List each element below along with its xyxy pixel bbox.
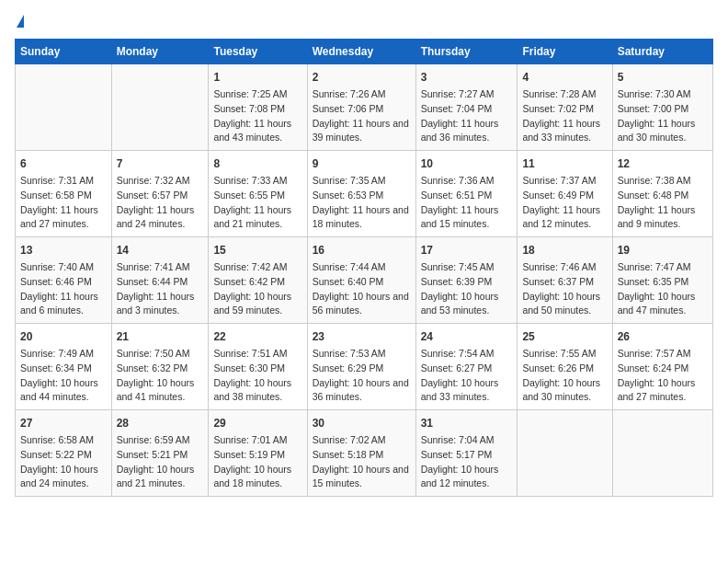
day-cell: 24Sunrise: 7:54 AM Sunset: 6:27 PM Dayli… — [415, 324, 518, 410]
day-cell — [518, 410, 612, 497]
day-cell: 27Sunrise: 6:58 AM Sunset: 5:22 PM Dayli… — [16, 410, 112, 497]
day-number: 19 — [618, 242, 708, 259]
day-cell — [16, 64, 112, 151]
day-content: Sunrise: 6:59 AM Sunset: 5:21 PM Dayligh… — [117, 433, 204, 491]
day-number: 27 — [20, 415, 107, 431]
day-content: Sunrise: 7:04 AM Sunset: 5:17 PM Dayligh… — [421, 433, 513, 491]
day-number: 23 — [313, 328, 411, 345]
day-content: Sunrise: 7:55 AM Sunset: 6:26 PM Dayligh… — [522, 347, 607, 405]
day-content: Sunrise: 7:37 AM Sunset: 6:49 PM Dayligh… — [522, 174, 607, 232]
day-content: Sunrise: 7:30 AM Sunset: 7:00 PM Dayligh… — [618, 87, 708, 145]
day-number: 5 — [618, 69, 708, 86]
day-cell: 3Sunrise: 7:27 AM Sunset: 7:04 PM Daylig… — [415, 64, 518, 151]
calendar-table: SundayMondayTuesdayWednesdayThursdayFrid… — [15, 39, 713, 497]
page-header — [15, 15, 713, 28]
day-content: Sunrise: 7:28 AM Sunset: 7:02 PM Dayligh… — [522, 87, 607, 145]
day-content: Sunrise: 7:26 AM Sunset: 7:06 PM Dayligh… — [313, 87, 411, 145]
day-number: 25 — [522, 328, 607, 345]
day-number: 28 — [117, 415, 204, 431]
day-number: 29 — [213, 415, 301, 431]
day-number: 14 — [117, 242, 204, 259]
day-number: 2 — [313, 69, 411, 86]
day-number: 6 — [20, 155, 107, 172]
day-number: 4 — [522, 69, 607, 86]
day-cell: 4Sunrise: 7:28 AM Sunset: 7:02 PM Daylig… — [518, 64, 612, 151]
day-number: 31 — [421, 415, 513, 431]
day-cell: 19Sunrise: 7:47 AM Sunset: 6:35 PM Dayli… — [612, 237, 712, 324]
day-content: Sunrise: 7:46 AM Sunset: 6:37 PM Dayligh… — [522, 260, 607, 318]
logo — [15, 15, 24, 28]
header-cell-sunday: Sunday — [16, 40, 112, 64]
day-number: 10 — [421, 155, 513, 172]
day-number: 30 — [313, 415, 411, 431]
day-cell: 1Sunrise: 7:25 AM Sunset: 7:08 PM Daylig… — [209, 64, 307, 151]
week-row-3: 13Sunrise: 7:40 AM Sunset: 6:46 PM Dayli… — [16, 237, 713, 324]
day-number: 1 — [213, 69, 301, 86]
day-number: 11 — [522, 155, 607, 172]
day-cell: 7Sunrise: 7:32 AM Sunset: 6:57 PM Daylig… — [111, 151, 209, 237]
day-content: Sunrise: 7:42 AM Sunset: 6:42 PM Dayligh… — [213, 260, 301, 318]
day-content: Sunrise: 7:53 AM Sunset: 6:29 PM Dayligh… — [313, 347, 411, 405]
day-cell — [612, 410, 712, 497]
header-row: SundayMondayTuesdayWednesdayThursdayFrid… — [16, 40, 713, 64]
day-cell: 10Sunrise: 7:36 AM Sunset: 6:51 PM Dayli… — [415, 151, 518, 237]
day-cell: 17Sunrise: 7:45 AM Sunset: 6:39 PM Dayli… — [415, 237, 518, 324]
day-number: 13 — [20, 242, 107, 259]
day-cell: 11Sunrise: 7:37 AM Sunset: 6:49 PM Dayli… — [518, 151, 612, 237]
logo-icon — [17, 15, 24, 28]
day-cell: 13Sunrise: 7:40 AM Sunset: 6:46 PM Dayli… — [16, 237, 112, 324]
day-cell: 5Sunrise: 7:30 AM Sunset: 7:00 PM Daylig… — [612, 64, 712, 151]
day-cell: 29Sunrise: 7:01 AM Sunset: 5:19 PM Dayli… — [209, 410, 307, 497]
week-row-4: 20Sunrise: 7:49 AM Sunset: 6:34 PM Dayli… — [16, 324, 713, 410]
day-number: 20 — [20, 328, 107, 345]
day-number: 15 — [213, 242, 301, 259]
day-number: 24 — [421, 328, 513, 345]
day-content: Sunrise: 7:54 AM Sunset: 6:27 PM Dayligh… — [421, 347, 513, 405]
day-cell: 21Sunrise: 7:50 AM Sunset: 6:32 PM Dayli… — [111, 324, 209, 410]
day-content: Sunrise: 7:41 AM Sunset: 6:44 PM Dayligh… — [117, 260, 204, 318]
day-content: Sunrise: 7:57 AM Sunset: 6:24 PM Dayligh… — [618, 347, 708, 405]
day-number: 22 — [213, 328, 301, 345]
day-number: 12 — [618, 155, 708, 172]
day-content: Sunrise: 7:36 AM Sunset: 6:51 PM Dayligh… — [421, 174, 513, 232]
day-cell: 14Sunrise: 7:41 AM Sunset: 6:44 PM Dayli… — [111, 237, 209, 324]
day-cell: 30Sunrise: 7:02 AM Sunset: 5:18 PM Dayli… — [307, 410, 415, 497]
day-cell: 8Sunrise: 7:33 AM Sunset: 6:55 PM Daylig… — [209, 151, 307, 237]
day-cell: 15Sunrise: 7:42 AM Sunset: 6:42 PM Dayli… — [209, 237, 307, 324]
day-cell: 31Sunrise: 7:04 AM Sunset: 5:17 PM Dayli… — [415, 410, 518, 497]
day-cell: 22Sunrise: 7:51 AM Sunset: 6:30 PM Dayli… — [209, 324, 307, 410]
day-cell: 12Sunrise: 7:38 AM Sunset: 6:48 PM Dayli… — [612, 151, 712, 237]
day-content: Sunrise: 6:58 AM Sunset: 5:22 PM Dayligh… — [20, 433, 107, 491]
day-number: 8 — [213, 155, 301, 172]
day-cell: 25Sunrise: 7:55 AM Sunset: 6:26 PM Dayli… — [518, 324, 612, 410]
day-cell: 28Sunrise: 6:59 AM Sunset: 5:21 PM Dayli… — [111, 410, 209, 497]
day-content: Sunrise: 7:32 AM Sunset: 6:57 PM Dayligh… — [117, 174, 204, 232]
week-row-2: 6Sunrise: 7:31 AM Sunset: 6:58 PM Daylig… — [16, 151, 713, 237]
day-number: 7 — [117, 155, 204, 172]
day-number: 3 — [421, 69, 513, 86]
day-content: Sunrise: 7:02 AM Sunset: 5:18 PM Dayligh… — [313, 433, 411, 491]
day-content: Sunrise: 7:47 AM Sunset: 6:35 PM Dayligh… — [618, 260, 708, 318]
day-content: Sunrise: 7:45 AM Sunset: 6:39 PM Dayligh… — [421, 260, 513, 318]
day-content: Sunrise: 7:40 AM Sunset: 6:46 PM Dayligh… — [20, 260, 107, 318]
day-content: Sunrise: 7:33 AM Sunset: 6:55 PM Dayligh… — [213, 174, 301, 232]
calendar-body: 1Sunrise: 7:25 AM Sunset: 7:08 PM Daylig… — [16, 64, 713, 497]
day-cell: 18Sunrise: 7:46 AM Sunset: 6:37 PM Dayli… — [518, 237, 612, 324]
day-cell: 9Sunrise: 7:35 AM Sunset: 6:53 PM Daylig… — [307, 151, 415, 237]
header-cell-monday: Monday — [111, 40, 209, 64]
header-cell-tuesday: Tuesday — [209, 40, 307, 64]
day-content: Sunrise: 7:35 AM Sunset: 6:53 PM Dayligh… — [313, 174, 411, 232]
header-cell-friday: Friday — [518, 40, 612, 64]
day-content: Sunrise: 7:49 AM Sunset: 6:34 PM Dayligh… — [20, 347, 107, 405]
day-cell: 6Sunrise: 7:31 AM Sunset: 6:58 PM Daylig… — [16, 151, 112, 237]
day-number: 21 — [117, 328, 204, 345]
header-cell-saturday: Saturday — [612, 40, 712, 64]
week-row-1: 1Sunrise: 7:25 AM Sunset: 7:08 PM Daylig… — [16, 64, 713, 151]
day-number: 18 — [522, 242, 607, 259]
day-cell: 16Sunrise: 7:44 AM Sunset: 6:40 PM Dayli… — [307, 237, 415, 324]
day-content: Sunrise: 7:25 AM Sunset: 7:08 PM Dayligh… — [213, 87, 301, 145]
day-content: Sunrise: 7:27 AM Sunset: 7:04 PM Dayligh… — [421, 87, 513, 145]
day-content: Sunrise: 7:44 AM Sunset: 6:40 PM Dayligh… — [313, 260, 411, 318]
day-content: Sunrise: 7:51 AM Sunset: 6:30 PM Dayligh… — [213, 347, 301, 405]
day-cell — [111, 64, 209, 151]
